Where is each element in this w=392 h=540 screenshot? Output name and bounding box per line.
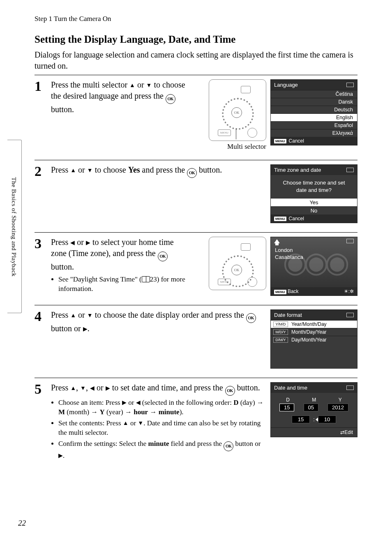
cancel-label: Cancel	[289, 138, 304, 144]
left-icon: ◀	[136, 399, 141, 407]
option-no: No	[271, 206, 357, 215]
format-row-selected: Y/M/DYear/Month/Day	[271, 320, 357, 328]
up-icon: ▲	[123, 420, 129, 427]
option-yes: Yes	[271, 198, 357, 206]
menu-icon: MENU	[274, 217, 286, 221]
up-icon: ▲	[129, 82, 135, 90]
step-1: 1 Press the multi selector ▲ or ▼ to cho…	[35, 79, 205, 115]
down-icon: ▼	[87, 312, 93, 320]
camera-diagram: OK MENU	[209, 237, 266, 290]
right-icon: ▶	[86, 239, 90, 247]
step-4: 4 Press ▲ or ▼ to choose the date displa…	[35, 309, 266, 334]
value-box-day: 15	[279, 404, 294, 411]
right-icon: ▶	[122, 399, 127, 407]
value-box-hour: 15	[292, 415, 310, 423]
lcd-title: Time zone and date	[274, 167, 321, 173]
lcd-language: Language Čeština Dansk Deutsch English E…	[270, 79, 357, 145]
step-2: 2 Press ▲ or ▼ to choose Yes and press t…	[35, 164, 266, 178]
world-map-icon: ◉◉◉	[271, 237, 357, 287]
side-tab-label: The Basics of Shooting and Playback	[10, 177, 17, 277]
right-icon: ▶	[106, 385, 110, 392]
up-icon: ▲	[70, 312, 76, 320]
lcd-timezone-map: ◉◉◉ London Casablanca MENU Back☀:✲	[270, 237, 357, 296]
page-number: 22	[18, 519, 26, 528]
home-icon	[274, 239, 280, 243]
format-row: M/D/YMonth/Day/Year	[271, 328, 357, 336]
value-box-year: 2012	[327, 404, 348, 411]
value-box-minute: 10	[318, 415, 336, 423]
left-icon: ◀	[90, 385, 95, 392]
list-item: Čeština	[271, 90, 357, 98]
lcd-title: Date and time	[274, 385, 307, 391]
dst-icon: ☀:✲	[344, 288, 354, 294]
step-number: 1	[35, 79, 51, 93]
camera-diagram: OK MENU	[209, 79, 266, 141]
side-tab: The Basics of Shooting and Playback	[7, 140, 22, 313]
ok-icon: OK	[231, 107, 242, 118]
lcd-date-time: Date and time DMY 15 05 2012 15 : 10 ⇄Ed…	[270, 382, 357, 437]
down-icon: ▼	[80, 385, 86, 392]
list-item: Ελληνικά	[271, 129, 357, 137]
right-icon: ▶	[83, 325, 88, 333]
list-item-selected: English	[271, 113, 357, 121]
divider	[35, 160, 357, 160]
city-label: Casablanca	[275, 254, 353, 261]
lcd-title: Date format	[274, 312, 302, 318]
ok-icon: OK	[224, 441, 233, 451]
left-icon: ◀	[70, 239, 75, 247]
menu-icon: MENU	[218, 279, 231, 285]
right-icon: ▶	[58, 452, 63, 460]
sub-bullet: Confirm the settings: Select the minute …	[58, 439, 265, 461]
divider	[35, 232, 357, 233]
page-title: Setting the Display Language, Date, and …	[35, 34, 357, 45]
list-item: Deutsch	[271, 106, 357, 113]
sub-bullet: Set the contents: Press ▲ or ▼. Date and…	[58, 419, 265, 438]
ok-icon: OK	[158, 252, 168, 261]
cancel-label: Cancel	[289, 216, 304, 222]
step-number: 2	[35, 164, 51, 178]
battery-icon	[346, 239, 354, 243]
down-icon: ▼	[87, 167, 93, 175]
page-header: Step 1 Turn the Camera On	[35, 15, 357, 23]
multi-selector-label: Multi selector	[209, 143, 266, 151]
up-icon: ▲	[70, 385, 76, 392]
city-label: London	[275, 247, 353, 254]
list-item: Dansk	[271, 98, 357, 106]
divider	[35, 305, 357, 305]
menu-icon: MENU	[274, 139, 286, 143]
step-number: 5	[35, 382, 51, 396]
trash-icon	[247, 128, 257, 138]
lcd-date-format: Date format Y/M/DYear/Month/Day M/D/YMon…	[270, 309, 357, 369]
up-icon: ▲	[70, 167, 76, 175]
down-icon: ▼	[138, 420, 143, 427]
value-box-month: 05	[304, 404, 318, 411]
lcd-message: Choose time zone and set date and time?	[271, 175, 357, 198]
ok-icon: OK	[246, 313, 256, 323]
ok-icon: OK	[166, 94, 175, 104]
intro-text: Dialogs for language selection and camer…	[35, 49, 357, 72]
back-label: Back	[288, 288, 299, 294]
edit-label: ⇄Edit	[340, 429, 353, 435]
book-icon	[142, 276, 150, 282]
sub-bullet: Choose an item: Press ▶ or ◀ (selected i…	[58, 398, 265, 417]
menu-icon: MENU	[274, 290, 286, 294]
divider	[35, 75, 357, 75]
step-number: 4	[35, 309, 51, 323]
ok-icon: OK	[225, 386, 235, 396]
ok-icon: OK	[187, 168, 197, 178]
lcd-timezone-confirm: Time zone and date Choose time zone and …	[270, 164, 357, 223]
list-item: Español	[271, 121, 357, 129]
sub-bullet: See "Daylight Saving Time" (23) for more…	[58, 275, 191, 294]
menu-icon: MENU	[218, 129, 231, 136]
format-row: D/M/YDay/Month/Year	[271, 336, 357, 344]
language-list: Čeština Dansk Deutsch English Español Ελ…	[271, 90, 357, 137]
down-icon: ▼	[146, 82, 152, 90]
step-3: 3 Press ◀ or ▶ to select your home time …	[35, 237, 205, 295]
divider	[35, 378, 357, 378]
step-number: 3	[35, 237, 51, 251]
step-5: 5 Press ▲, ▼, ◀ or ▶ to set date and tim…	[35, 382, 266, 462]
lcd-title: Language	[274, 82, 298, 88]
